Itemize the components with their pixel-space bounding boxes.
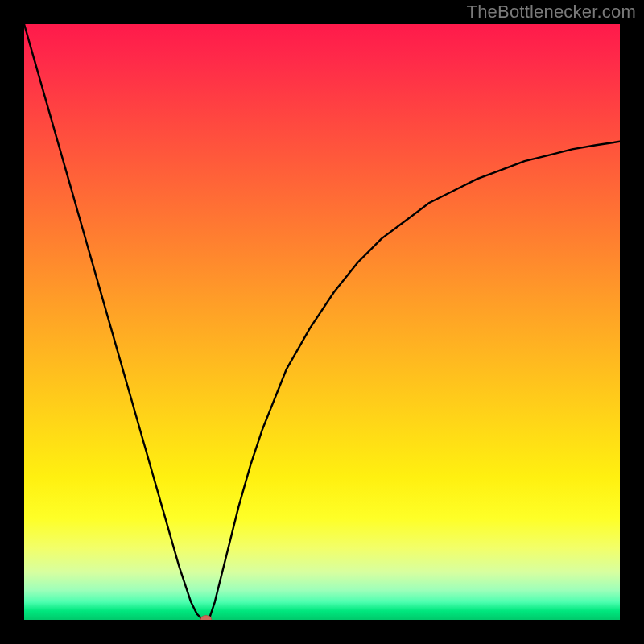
plot-area: [24, 24, 620, 620]
attribution-text: TheBottlenecker.com: [467, 2, 636, 23]
optimum-marker: [200, 615, 212, 620]
curve-path: [24, 24, 620, 620]
bottleneck-curve: [24, 24, 620, 620]
